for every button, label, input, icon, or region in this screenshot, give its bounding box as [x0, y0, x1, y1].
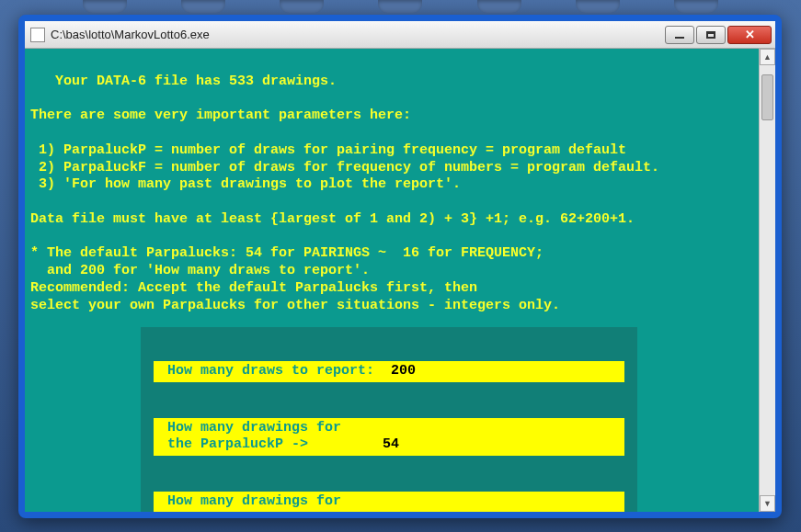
- vertical-scrollbar[interactable]: ▲ ▼: [759, 49, 775, 512]
- scroll-thumb[interactable]: [761, 74, 773, 120]
- input-label: How many draws to report:: [159, 363, 391, 380]
- app-icon: [30, 28, 45, 42]
- console-line: 1) ParpaluckP = number of draws for pair…: [30, 142, 626, 158]
- input-row-parpaluckf[interactable]: How many drawings for the ParpaluckF -> …: [154, 492, 624, 512]
- console-line: 2) ParpaluckF = number of draws for freq…: [30, 160, 659, 175]
- maximize-button[interactable]: [696, 26, 726, 44]
- console-line: Data file must have at least {largest of…: [30, 211, 635, 227]
- console-line: There are some very important parameters…: [30, 108, 411, 123]
- input-value[interactable]: 16: [383, 511, 399, 513]
- app-window: C:\bas\lotto\MarkovLotto6.exe ✕ Your DAT…: [18, 15, 782, 518]
- minimize-button[interactable]: [665, 26, 694, 44]
- console-line: and 200 for 'How many draws to report'.: [30, 263, 370, 278]
- window-title: C:\bas\lotto\MarkovLotto6.exe: [51, 28, 663, 41]
- scroll-down-button[interactable]: ▼: [760, 495, 775, 512]
- scroll-up-button[interactable]: ▲: [760, 49, 775, 65]
- input-row-draws-report[interactable]: How many draws to report: 200: [154, 361, 624, 382]
- input-value[interactable]: 200: [391, 363, 416, 380]
- titlebar[interactable]: C:\bas\lotto\MarkovLotto6.exe ✕: [25, 21, 775, 49]
- console-line: Recommended: Accept the default Parpaluc…: [30, 280, 477, 296]
- console-line: Your DATA-6 file has 533 drawings.: [30, 74, 337, 89]
- input-panel: How many draws to report: 200 How many d…: [141, 327, 637, 512]
- close-icon: ✕: [745, 28, 755, 41]
- client-area: Your DATA-6 file has 533 drawings. There…: [25, 49, 775, 512]
- console-output: Your DATA-6 file has 533 drawings. There…: [25, 49, 759, 512]
- close-button[interactable]: ✕: [727, 26, 772, 44]
- console-line: select your own Parpalucks for other sit…: [30, 298, 560, 313]
- console-line: * The default Parpalucks: 54 for PAIRING…: [30, 245, 544, 261]
- input-value[interactable]: 54: [383, 436, 399, 454]
- console-line: 3) 'For how many past drawings to plot t…: [30, 176, 461, 192]
- input-row-parpaluckp[interactable]: How many drawings for the ParpaluckP -> …: [154, 418, 624, 457]
- input-label: How many drawings for the ParpaluckP ->: [159, 420, 383, 455]
- input-label: How many drawings for the ParpaluckF ->: [159, 493, 383, 512]
- minimize-icon: [675, 37, 684, 39]
- maximize-icon: [706, 31, 715, 39]
- scroll-track[interactable]: [760, 65, 775, 495]
